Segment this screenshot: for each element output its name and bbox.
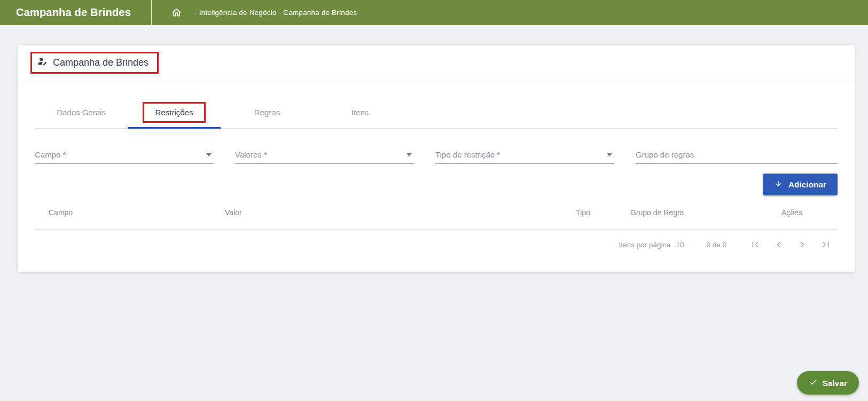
column-header-campo: Campo bbox=[35, 208, 225, 217]
field-label: Campo * bbox=[35, 150, 66, 159]
adicionar-button[interactable]: Adicionar bbox=[763, 174, 838, 195]
card-title: Campanha de Brindes bbox=[53, 57, 148, 68]
tab-dados-gerais[interactable]: Dados Gerais bbox=[35, 96, 128, 128]
app-title: Campanha de Brindes bbox=[0, 6, 151, 19]
tipo-restricao-select[interactable]: Tipo de restrição * bbox=[435, 139, 614, 164]
campaign-card: Campanha de Brindes Dados Gerais Restriç… bbox=[18, 45, 855, 272]
tab-itens[interactable]: Itens bbox=[314, 96, 406, 128]
chevron-down-icon bbox=[206, 153, 212, 156]
active-tab-ink-bar bbox=[128, 127, 221, 129]
tab-label: Dados Gerais bbox=[57, 108, 106, 117]
card-header: Campanha de Brindes bbox=[18, 45, 855, 81]
column-header-acoes: Ações bbox=[781, 208, 838, 217]
tab-label: Itens bbox=[351, 108, 369, 117]
tab-label: Restrições bbox=[155, 108, 193, 117]
paginator-nav bbox=[744, 234, 838, 255]
field-label: Tipo de restrição * bbox=[435, 150, 500, 159]
check-icon bbox=[809, 378, 818, 388]
last-page-button[interactable] bbox=[814, 234, 838, 255]
previous-page-button[interactable] bbox=[767, 234, 791, 255]
tab-restricoes[interactable]: Restrições bbox=[128, 96, 221, 128]
header-divider bbox=[151, 0, 152, 25]
next-page-button[interactable] bbox=[791, 234, 814, 255]
valores-select[interactable]: Valores * bbox=[235, 139, 414, 164]
tab-label: Regras bbox=[254, 108, 280, 117]
add-row: Adicionar bbox=[35, 174, 838, 195]
adicionar-label: Adicionar bbox=[788, 180, 826, 189]
salvar-button[interactable]: Salvar bbox=[797, 371, 859, 395]
grupo-regras-input[interactable]: Grupo de regras bbox=[636, 139, 838, 164]
annotation-box-title: Campanha de Brindes bbox=[30, 52, 159, 74]
column-header-grupo-de-regra: Grupo de Regra bbox=[630, 208, 781, 217]
restrictions-table-header: Campo Valor Tipo Grupo de Regra Ações bbox=[35, 195, 838, 230]
salvar-label: Salvar bbox=[823, 379, 847, 388]
column-header-tipo: Tipo bbox=[576, 208, 630, 217]
home-icon[interactable] bbox=[171, 7, 182, 18]
campo-select[interactable]: Campo * bbox=[35, 139, 214, 164]
annotation-box-tab: Restrições bbox=[143, 102, 206, 123]
field-label: Valores * bbox=[235, 150, 267, 159]
paginator: Itens por página 10 0 de 0 bbox=[35, 230, 838, 260]
column-header-valor: Valor bbox=[225, 208, 576, 217]
items-per-page-label: Itens por página bbox=[619, 241, 671, 249]
tab-regras[interactable]: Regras bbox=[221, 96, 314, 128]
page-size-value[interactable]: 10 bbox=[676, 241, 684, 249]
breadcrumb: - Inteligência de Negócio - Campanha de … bbox=[194, 9, 357, 17]
tab-bar: Dados Gerais Restrições Regras Itens bbox=[35, 96, 838, 129]
chevron-down-icon bbox=[406, 153, 412, 156]
person-edit-icon bbox=[37, 56, 48, 69]
page-range-label: 0 de 0 bbox=[706, 241, 726, 249]
arrow-down-icon bbox=[774, 179, 783, 190]
field-label: Grupo de regras bbox=[636, 150, 694, 159]
app-header: Campanha de Brindes - Inteligência de Ne… bbox=[0, 0, 868, 25]
restriction-form: Campo * Valores * Tipo de restrição * Gr… bbox=[35, 139, 838, 164]
first-page-button[interactable] bbox=[744, 234, 767, 255]
chevron-down-icon bbox=[607, 153, 612, 156]
